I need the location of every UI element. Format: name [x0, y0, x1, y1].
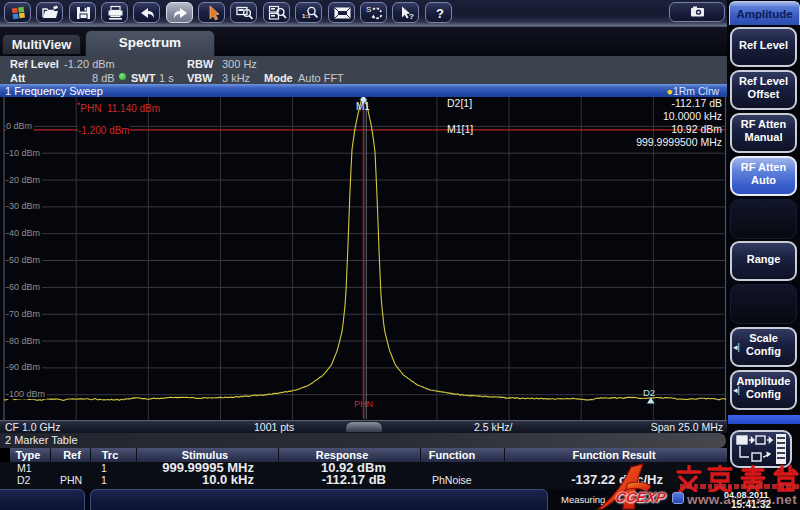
- svg-text:?: ?: [436, 6, 444, 21]
- svg-text:?: ?: [409, 12, 414, 21]
- svg-text:S: S: [366, 5, 371, 14]
